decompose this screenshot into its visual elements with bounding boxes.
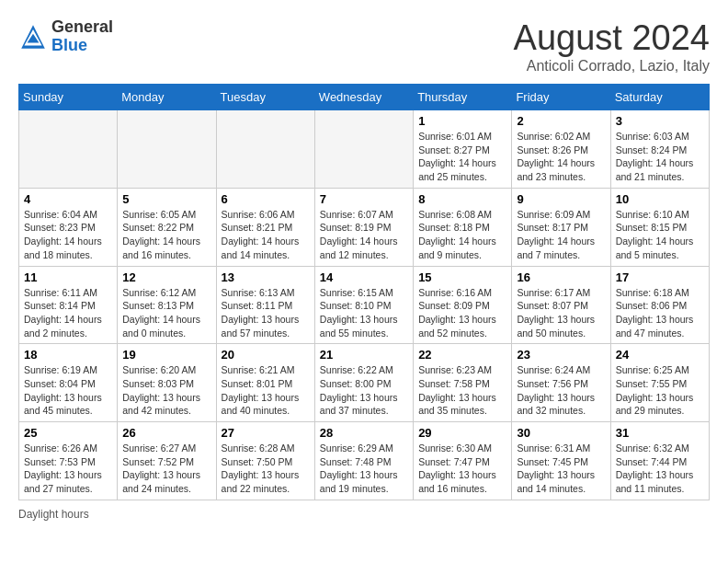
day-header-thursday: Thursday [414, 85, 512, 110]
calendar-cell: 5Sunrise: 6:05 AM Sunset: 8:22 PM Daylig… [118, 188, 216, 266]
calendar-cell: 7Sunrise: 6:07 AM Sunset: 8:19 PM Daylig… [314, 188, 413, 266]
calendar-cell: 21Sunrise: 6:22 AM Sunset: 8:00 PM Dayli… [314, 344, 413, 422]
day-number: 10 [616, 192, 704, 206]
day-info: Sunrise: 6:31 AM Sunset: 7:45 PM Dayligh… [517, 442, 605, 496]
logo: General Blue [18, 18, 113, 55]
calendar-cell: 29Sunrise: 6:30 AM Sunset: 7:47 PM Dayli… [414, 422, 512, 500]
logo-blue-text: Blue [51, 36, 87, 54]
day-number: 20 [222, 348, 310, 362]
day-info: Sunrise: 6:22 AM Sunset: 8:00 PM Dayligh… [320, 363, 408, 418]
calendar-cell: 22Sunrise: 6:23 AM Sunset: 7:58 PM Dayli… [414, 344, 512, 422]
calendar-cell: 14Sunrise: 6:15 AM Sunset: 8:10 PM Dayli… [314, 266, 413, 344]
day-info: Sunrise: 6:17 AM Sunset: 8:07 PM Dayligh… [517, 286, 605, 340]
page-header: General Blue August 2024 Anticoli Corrad… [18, 18, 710, 75]
logo-icon [18, 22, 48, 52]
day-number: 12 [122, 270, 210, 284]
day-info: Sunrise: 6:29 AM Sunset: 7:48 PM Dayligh… [320, 442, 408, 496]
calendar-cell: 17Sunrise: 6:18 AM Sunset: 8:06 PM Dayli… [610, 266, 709, 344]
day-number: 18 [24, 348, 112, 362]
calendar-header-row: SundayMondayTuesdayWednesdayThursdayFrid… [19, 85, 710, 110]
calendar-cell: 19Sunrise: 6:20 AM Sunset: 8:03 PM Dayli… [118, 344, 216, 422]
day-number: 13 [222, 270, 310, 284]
calendar-cell: 20Sunrise: 6:21 AM Sunset: 8:01 PM Dayli… [216, 344, 314, 422]
day-header-tuesday: Tuesday [216, 85, 314, 110]
month-title: August 2024 [514, 18, 710, 58]
day-info: Sunrise: 6:12 AM Sunset: 8:13 PM Dayligh… [122, 286, 210, 340]
calendar-week-1: 1Sunrise: 6:01 AM Sunset: 8:27 PM Daylig… [19, 110, 710, 189]
calendar-cell: 27Sunrise: 6:28 AM Sunset: 7:50 PM Dayli… [216, 422, 314, 500]
day-info: Sunrise: 6:18 AM Sunset: 8:06 PM Dayligh… [616, 286, 704, 340]
day-number: 14 [320, 270, 408, 284]
day-header-saturday: Saturday [610, 85, 709, 110]
calendar-cell: 23Sunrise: 6:24 AM Sunset: 7:56 PM Dayli… [512, 344, 610, 422]
day-number: 27 [222, 426, 310, 440]
calendar-table: SundayMondayTuesdayWednesdayThursdayFrid… [18, 84, 710, 500]
title-block: August 2024 Anticoli Corrado, Lazio, Ita… [514, 18, 710, 75]
day-info: Sunrise: 6:09 AM Sunset: 8:17 PM Dayligh… [517, 208, 605, 262]
day-info: Sunrise: 6:04 AM Sunset: 8:23 PM Dayligh… [24, 208, 112, 262]
day-number: 24 [616, 348, 704, 362]
day-number: 7 [320, 192, 408, 206]
calendar-cell: 13Sunrise: 6:13 AM Sunset: 8:11 PM Dayli… [216, 266, 314, 344]
day-number: 9 [517, 192, 605, 206]
day-number: 6 [222, 192, 310, 206]
calendar-cell: 6Sunrise: 6:06 AM Sunset: 8:21 PM Daylig… [216, 188, 314, 266]
day-info: Sunrise: 6:25 AM Sunset: 7:55 PM Dayligh… [616, 363, 704, 418]
calendar-cell: 18Sunrise: 6:19 AM Sunset: 8:04 PM Dayli… [19, 344, 118, 422]
day-header-friday: Friday [512, 85, 610, 110]
day-info: Sunrise: 6:08 AM Sunset: 8:18 PM Dayligh… [418, 208, 506, 262]
day-number: 25 [24, 426, 112, 440]
calendar-week-5: 25Sunrise: 6:26 AM Sunset: 7:53 PM Dayli… [19, 422, 710, 500]
day-number: 31 [616, 426, 704, 440]
calendar-cell: 2Sunrise: 6:02 AM Sunset: 8:26 PM Daylig… [512, 110, 610, 189]
day-number: 19 [122, 348, 210, 362]
calendar-cell [314, 110, 413, 189]
day-info: Sunrise: 6:03 AM Sunset: 8:24 PM Dayligh… [616, 130, 704, 184]
calendar-cell: 3Sunrise: 6:03 AM Sunset: 8:24 PM Daylig… [610, 110, 709, 189]
day-number: 22 [418, 348, 506, 362]
day-info: Sunrise: 6:19 AM Sunset: 8:04 PM Dayligh… [24, 363, 112, 418]
calendar-cell: 16Sunrise: 6:17 AM Sunset: 8:07 PM Dayli… [512, 266, 610, 344]
calendar-cell: 28Sunrise: 6:29 AM Sunset: 7:48 PM Dayli… [314, 422, 413, 500]
day-number: 26 [122, 426, 210, 440]
day-number: 28 [320, 426, 408, 440]
day-info: Sunrise: 6:20 AM Sunset: 8:03 PM Dayligh… [122, 363, 210, 418]
day-info: Sunrise: 6:15 AM Sunset: 8:10 PM Dayligh… [320, 286, 408, 340]
calendar-cell [118, 110, 216, 189]
calendar-cell: 4Sunrise: 6:04 AM Sunset: 8:23 PM Daylig… [19, 188, 118, 266]
day-number: 16 [517, 270, 605, 284]
calendar-week-3: 11Sunrise: 6:11 AM Sunset: 8:14 PM Dayli… [19, 266, 710, 344]
calendar-cell: 31Sunrise: 6:32 AM Sunset: 7:44 PM Dayli… [610, 422, 709, 500]
day-number: 23 [517, 348, 605, 362]
day-header-monday: Monday [118, 85, 216, 110]
day-info: Sunrise: 6:23 AM Sunset: 7:58 PM Dayligh… [418, 363, 506, 418]
day-number: 8 [418, 192, 506, 206]
day-info: Sunrise: 6:07 AM Sunset: 8:19 PM Dayligh… [320, 208, 408, 262]
calendar-cell: 25Sunrise: 6:26 AM Sunset: 7:53 PM Dayli… [19, 422, 118, 500]
logo-general-text: General [51, 17, 113, 36]
day-number: 29 [418, 426, 506, 440]
calendar-week-2: 4Sunrise: 6:04 AM Sunset: 8:23 PM Daylig… [19, 188, 710, 266]
calendar-cell [216, 110, 314, 189]
calendar-cell: 30Sunrise: 6:31 AM Sunset: 7:45 PM Dayli… [512, 422, 610, 500]
day-info: Sunrise: 6:16 AM Sunset: 8:09 PM Dayligh… [418, 286, 506, 340]
day-info: Sunrise: 6:27 AM Sunset: 7:52 PM Dayligh… [122, 442, 210, 496]
day-info: Sunrise: 6:11 AM Sunset: 8:14 PM Dayligh… [24, 286, 112, 340]
day-info: Sunrise: 6:13 AM Sunset: 8:11 PM Dayligh… [222, 286, 310, 340]
day-info: Sunrise: 6:02 AM Sunset: 8:26 PM Dayligh… [517, 130, 605, 184]
location-subtitle: Anticoli Corrado, Lazio, Italy [514, 58, 710, 75]
calendar-cell [19, 110, 118, 189]
day-number: 4 [24, 192, 112, 206]
day-number: 1 [418, 114, 506, 128]
day-info: Sunrise: 6:01 AM Sunset: 8:27 PM Dayligh… [418, 130, 506, 184]
day-number: 30 [517, 426, 605, 440]
day-number: 3 [616, 114, 704, 128]
calendar-cell: 8Sunrise: 6:08 AM Sunset: 8:18 PM Daylig… [414, 188, 512, 266]
day-number: 21 [320, 348, 408, 362]
day-number: 11 [24, 270, 112, 284]
day-header-wednesday: Wednesday [314, 85, 413, 110]
calendar-cell: 24Sunrise: 6:25 AM Sunset: 7:55 PM Dayli… [610, 344, 709, 422]
day-number: 2 [517, 114, 605, 128]
day-info: Sunrise: 6:24 AM Sunset: 7:56 PM Dayligh… [517, 363, 605, 418]
day-number: 5 [122, 192, 210, 206]
